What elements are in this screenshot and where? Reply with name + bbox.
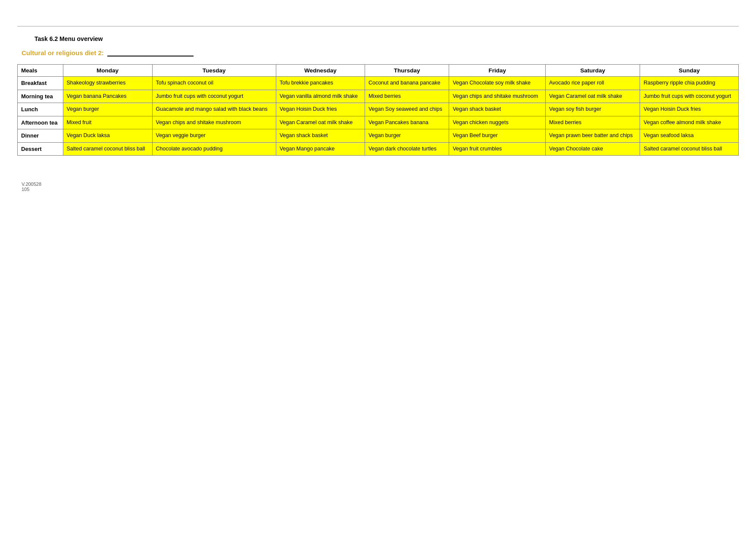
column-header-thursday: Thursday (365, 65, 449, 77)
food-cell-sunday-5: Salted caramel coconut bliss ball (640, 142, 739, 156)
table-row: BreakfastShakeology strawberriesTofu spi… (18, 77, 739, 90)
meal-label-afternoon-tea: Afternoon tea (18, 116, 63, 129)
meal-label-morning-tea: Morning tea (18, 90, 63, 103)
food-cell-thursday-1: Mixed berries (365, 90, 449, 103)
food-cell-thursday-2: Vegan Soy seaweed and chips (365, 103, 449, 116)
food-cell-friday-4: Vegan Beef burger (449, 129, 546, 143)
column-header-wednesday: Wednesday (276, 65, 365, 77)
food-cell-friday-0: Vegan Chocolate soy milk shake (449, 77, 546, 90)
food-cell-sunday-2: Vegan Hoisin Duck fries (640, 103, 739, 116)
meal-label-dinner: Dinner (18, 129, 63, 143)
food-cell-thursday-3: Vegan Pancakes banana (365, 116, 449, 129)
table-row: DessertSalted caramel coconut bliss ball… (18, 142, 739, 156)
food-cell-tuesday-5: Chocolate avocado pudding (152, 142, 276, 156)
food-cell-monday-2: Vegan burger (63, 103, 152, 116)
column-header-tuesday: Tuesday (152, 65, 276, 77)
food-cell-tuesday-2: Guacamole and mango salad with black bea… (152, 103, 276, 116)
food-cell-monday-5: Salted caramel coconut bliss ball (63, 142, 152, 156)
food-cell-tuesday-1: Jumbo fruit cups with coconut yogurt (152, 90, 276, 103)
food-cell-friday-5: Vegan fruit crumbles (449, 142, 546, 156)
food-cell-tuesday-0: Tofu spinach coconut oil (152, 77, 276, 90)
food-cell-saturday-3: Mixed berries (546, 116, 640, 129)
food-cell-wednesday-3: Vegan Caramel oat milk shake (276, 116, 365, 129)
food-cell-sunday-3: Vegan coffee almond milk shake (640, 116, 739, 129)
table-row: LunchVegan burgerGuacamole and mango sal… (18, 103, 739, 116)
food-cell-monday-3: Mixed fruit (63, 116, 152, 129)
food-cell-saturday-4: Vegan prawn beer batter and chips (546, 129, 640, 143)
meal-label-lunch: Lunch (18, 103, 63, 116)
column-header-saturday: Saturday (546, 65, 640, 77)
food-cell-wednesday-2: Vegan Hoisin Duck fries (276, 103, 365, 116)
cultural-diet-input[interactable] (107, 48, 194, 56)
food-cell-saturday-2: Vegan soy fish burger (546, 103, 640, 116)
food-cell-wednesday-0: Tofu brekkie pancakes (276, 77, 365, 90)
food-cell-friday-2: Vegan shack basket (449, 103, 546, 116)
table-row: DinnerVegan Duck laksaVegan veggie burge… (18, 129, 739, 143)
menu-table: MealsMondayTuesdayWednesdayThursdayFrida… (17, 64, 739, 156)
column-header-monday: Monday (63, 65, 152, 77)
food-cell-monday-4: Vegan Duck laksa (63, 129, 152, 143)
column-header-friday: Friday (449, 65, 546, 77)
food-cell-sunday-0: Raspberry ripple chia pudding (640, 77, 739, 90)
food-cell-wednesday-5: Vegan Mango pancake (276, 142, 365, 156)
food-cell-thursday-5: Vegan dark chocolate turtles (365, 142, 449, 156)
food-cell-tuesday-3: Vegan chips and shitake mushroom (152, 116, 276, 129)
meal-label-dessert: Dessert (18, 142, 63, 156)
food-cell-friday-3: Vegan chicken nuggets (449, 116, 546, 129)
table-body: BreakfastShakeology strawberriesTofu spi… (18, 77, 739, 156)
version-info: V.200528 105 (22, 181, 739, 192)
food-cell-wednesday-1: Vegan vanilla almond milk shake (276, 90, 365, 103)
table-header-row: MealsMondayTuesdayWednesdayThursdayFrida… (18, 65, 739, 77)
table-row: Morning teaVegan banana PancakesJumbo fr… (18, 90, 739, 103)
food-cell-monday-0: Shakeology strawberries (63, 77, 152, 90)
column-header-sunday: Sunday (640, 65, 739, 77)
food-cell-tuesday-4: Vegan veggie burger (152, 129, 276, 143)
food-cell-sunday-1: Jumbo fruit cups with coconut yogurt (640, 90, 739, 103)
food-cell-saturday-5: Vegan Chocolate cake (546, 142, 640, 156)
food-cell-saturday-1: Vegan Caramel oat milk shake (546, 90, 640, 103)
top-border (17, 26, 739, 27)
food-cell-thursday-4: Vegan burger (365, 129, 449, 143)
food-cell-friday-1: Vegan chips and shitake mushroom (449, 90, 546, 103)
food-cell-monday-1: Vegan banana Pancakes (63, 90, 152, 103)
food-cell-wednesday-4: Vegan shack basket (276, 129, 365, 143)
cultural-diet-label: Cultural or religious diet 2: (22, 48, 739, 56)
meal-label-breakfast: Breakfast (18, 77, 63, 90)
task-title: Task 6.2 Menu overview (34, 35, 739, 42)
food-cell-sunday-4: Vegan seafood laksa (640, 129, 739, 143)
table-row: Afternoon teaMixed fruitVegan chips and … (18, 116, 739, 129)
food-cell-thursday-0: Coconut and banana pancake (365, 77, 449, 90)
food-cell-saturday-0: Avocado rice paper roll (546, 77, 640, 90)
column-header-meals: Meals (18, 65, 63, 77)
